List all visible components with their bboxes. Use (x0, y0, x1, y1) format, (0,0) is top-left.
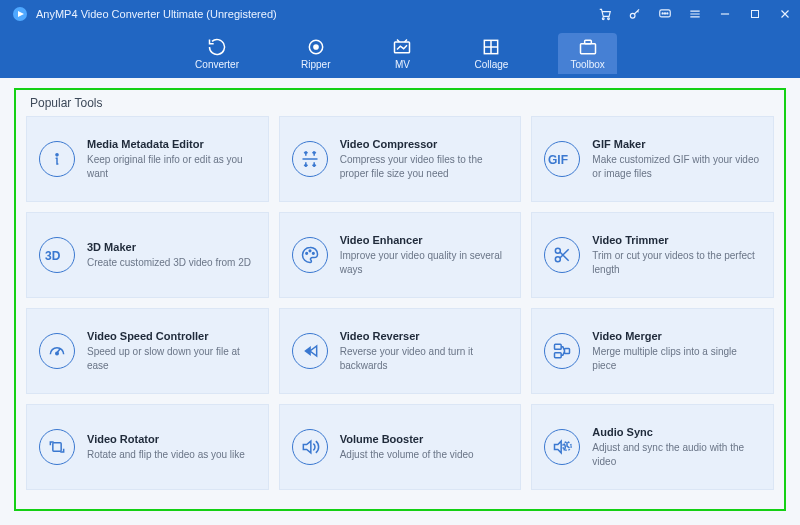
svg-marker-26 (310, 346, 317, 356)
svg-point-4 (630, 13, 635, 18)
svg-point-24 (56, 352, 59, 355)
speed-icon (39, 333, 75, 369)
info-icon (39, 141, 75, 177)
svg-rect-30 (53, 443, 61, 451)
tool-desc: Reverse your video and turn it backwards (340, 345, 509, 372)
rotate-icon (39, 429, 75, 465)
tool-card-gif-maker[interactable]: GIFGIF MakerMake customized GIF with you… (531, 116, 774, 202)
svg-rect-9 (752, 11, 759, 18)
svg-rect-15 (584, 40, 591, 43)
tool-text: Video RotatorRotate and flip the video a… (87, 433, 256, 462)
tool-desc: Adjust and sync the audio with the video (592, 441, 761, 468)
svg-point-6 (662, 13, 663, 14)
tool-card-3d-maker[interactable]: 3D3D MakerCreate customized 3D video fro… (26, 212, 269, 298)
tool-text: Video EnhancerImprove your video quality… (340, 234, 509, 276)
tool-desc: Compress your video files to the proper … (340, 153, 509, 180)
svg-marker-31 (303, 441, 311, 453)
tool-card-video-rotator[interactable]: Video RotatorRotate and flip the video a… (26, 404, 269, 490)
minimize-button[interactable] (718, 7, 732, 21)
gif-icon: GIF (544, 141, 580, 177)
tool-card-audio-sync[interactable]: Audio SyncAdjust and sync the audio with… (531, 404, 774, 490)
tool-desc: Speed up or slow down your file at ease (87, 345, 256, 372)
tab-label: Toolbox (570, 59, 604, 70)
sync-icon (544, 429, 580, 465)
tool-card-video-compressor[interactable]: Video CompressorCompress your video file… (279, 116, 522, 202)
tool-text: Audio SyncAdjust and sync the audio with… (592, 426, 761, 468)
tool-title: Video Merger (592, 330, 761, 342)
tool-title: Video Speed Controller (87, 330, 256, 342)
svg-point-2 (602, 18, 604, 20)
tool-title: Video Compressor (340, 138, 509, 150)
tool-desc: Rotate and flip the video as you like (87, 448, 256, 462)
reverse-icon (292, 333, 328, 369)
svg-point-16 (56, 154, 58, 156)
tab-toolbox[interactable]: Toolbox (558, 33, 616, 74)
palette-icon (292, 237, 328, 273)
tool-text: Video Speed ControllerSpeed up or slow d… (87, 330, 256, 372)
svg-marker-32 (555, 441, 562, 453)
tool-card-media-metadata-editor[interactable]: Media Metadata EditorKeep original file … (26, 116, 269, 202)
compress-icon (292, 141, 328, 177)
tool-title: GIF Maker (592, 138, 761, 150)
titlebar-row: AnyMP4 Video Converter Ultimate (Unregis… (0, 0, 800, 28)
svg-point-7 (664, 13, 665, 14)
tab-converter[interactable]: Converter (183, 33, 251, 74)
tab-ripper[interactable]: Ripper (289, 33, 342, 74)
tool-card-video-speed-controller[interactable]: Video Speed ControllerSpeed up or slow d… (26, 308, 269, 394)
volume-icon (292, 429, 328, 465)
tab-collage-icon (481, 37, 501, 57)
tool-desc: Create customized 3D video from 2D (87, 256, 256, 270)
tool-title: Video Trimmer (592, 234, 761, 246)
close-button[interactable] (778, 7, 792, 21)
tool-text: 3D MakerCreate customized 3D video from … (87, 241, 256, 270)
menu-icon[interactable] (688, 7, 702, 21)
tool-desc: Keep original file info or edit as you w… (87, 153, 256, 180)
app-logo-icon (12, 6, 28, 22)
svg-rect-14 (580, 44, 595, 54)
tools-grid: Media Metadata EditorKeep original file … (26, 116, 774, 490)
svg-rect-29 (565, 349, 570, 354)
svg-point-11 (314, 45, 318, 49)
tool-card-volume-booster[interactable]: Volume BoosterAdjust the volume of the v… (279, 404, 522, 490)
tool-text: Video ReverserReverse your video and tur… (340, 330, 509, 372)
tool-card-video-trimmer[interactable]: Video TrimmerTrim or cut your videos to … (531, 212, 774, 298)
popular-tools-panel: Popular Tools Media Metadata EditorKeep … (14, 88, 786, 511)
maximize-button[interactable] (748, 7, 762, 21)
merge-icon (544, 333, 580, 369)
titlebar: AnyMP4 Video Converter Ultimate (Unregis… (0, 0, 800, 78)
tab-mv-icon (392, 37, 412, 57)
tool-desc: Make customized GIF with your video or i… (592, 153, 761, 180)
tab-converter-icon (207, 37, 227, 57)
key-icon[interactable] (628, 7, 642, 21)
tool-desc: Adjust the volume of the video (340, 448, 509, 462)
tool-desc: Merge multiple clips into a single piece (592, 345, 761, 372)
tab-toolbox-icon (578, 37, 598, 57)
tool-card-video-enhancer[interactable]: Video EnhancerImprove your video quality… (279, 212, 522, 298)
tab-label: MV (395, 59, 410, 70)
tab-collage[interactable]: Collage (462, 33, 520, 74)
tool-text: Video TrimmerTrim or cut your videos to … (592, 234, 761, 276)
tab-label: Collage (474, 59, 508, 70)
app-window: AnyMP4 Video Converter Ultimate (Unregis… (0, 0, 800, 525)
svg-point-3 (608, 18, 610, 20)
tool-title: Audio Sync (592, 426, 761, 438)
tab-ripper-icon (306, 37, 326, 57)
tool-text: Video MergerMerge multiple clips into a … (592, 330, 761, 372)
tool-desc: Trim or cut your videos to the perfect l… (592, 249, 761, 276)
tool-card-video-reverser[interactable]: Video ReverserReverse your video and tur… (279, 308, 522, 394)
tool-title: Video Reverser (340, 330, 509, 342)
tool-text: Video CompressorCompress your video file… (340, 138, 509, 180)
scissors-icon (544, 237, 580, 273)
tool-title: Volume Booster (340, 433, 509, 445)
tool-text: Volume BoosterAdjust the volume of the v… (340, 433, 509, 462)
svg-point-8 (667, 13, 668, 14)
main-tabs: ConverterRipperMVCollageToolbox (0, 28, 800, 78)
cart-icon[interactable] (598, 7, 612, 21)
3d-icon: 3D (39, 237, 75, 273)
svg-rect-27 (555, 344, 562, 349)
tool-title: Video Enhancer (340, 234, 509, 246)
tool-card-video-merger[interactable]: Video MergerMerge multiple clips into a … (531, 308, 774, 394)
tab-mv[interactable]: MV (380, 33, 424, 74)
chat-icon[interactable] (658, 7, 672, 21)
tool-desc: Improve your video quality in several wa… (340, 249, 509, 276)
